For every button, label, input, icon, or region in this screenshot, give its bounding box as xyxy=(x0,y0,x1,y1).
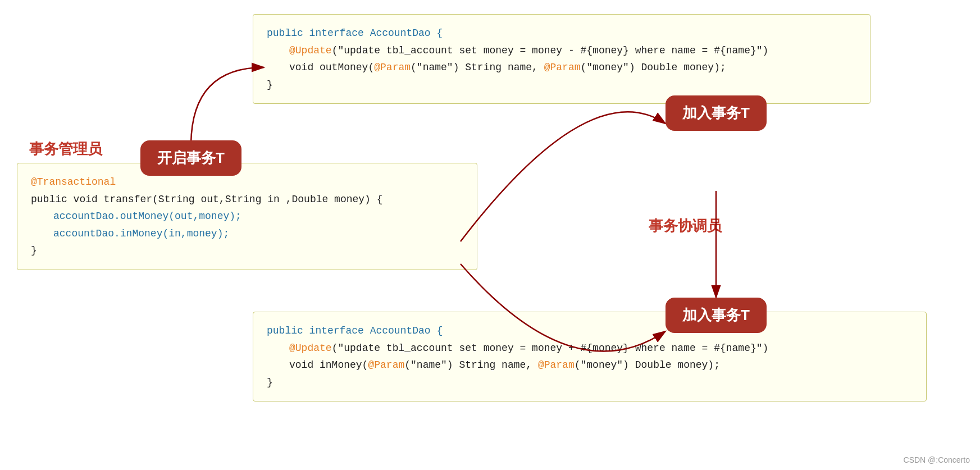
top-code-close: } xyxy=(267,76,856,94)
bottom-code-line1: public interface AccountDao { xyxy=(267,322,913,340)
coordinator-label: 事务协调员 xyxy=(649,216,722,236)
left-code-annotation: @Transactional xyxy=(31,174,463,191)
left-code-line1: public void transfer(String out,String i… xyxy=(31,191,463,208)
bottom-code-close: } xyxy=(267,374,913,391)
left-code-box: @Transactional public void transfer(Stri… xyxy=(17,163,477,270)
open-tx-badge: 开启事务T xyxy=(140,140,241,176)
bottom-code-box: public interface AccountDao { @Update("u… xyxy=(253,312,927,401)
join-tx-top-badge: 加入事务T xyxy=(666,95,767,131)
manager-label: 事务管理员 xyxy=(29,139,102,159)
left-code-line2: accountDao.outMoney(out,money); xyxy=(53,208,463,225)
left-code-close: } xyxy=(31,242,463,259)
bottom-code-method: void inMoney(@Param("name") String name,… xyxy=(289,357,913,374)
join-tx-bottom-badge: 加入事务T xyxy=(666,298,767,333)
bottom-code-annotation: @Update("update tbl_account set money = … xyxy=(289,340,913,357)
top-code-box: public interface AccountDao { @Update("u… xyxy=(253,14,870,104)
left-code-line3: accountDao.inMoney(in,money); xyxy=(53,225,463,243)
watermark: CSDN @:Concerto xyxy=(904,455,970,464)
top-code-annotation: @Update("update tbl_account set money = … xyxy=(289,42,856,60)
top-code-method: void outMoney(@Param("name") String name… xyxy=(289,59,856,76)
top-code-line1: public interface AccountDao { xyxy=(267,25,856,42)
